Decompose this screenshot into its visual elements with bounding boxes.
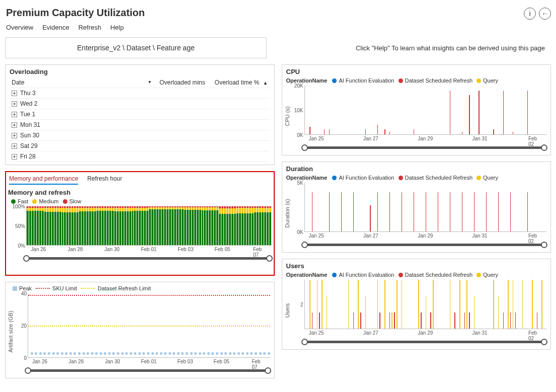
duration-slider[interactable] (304, 241, 545, 248)
dot-icon (332, 273, 337, 277)
slider-handle-right[interactable] (541, 242, 547, 248)
cpu-chart: CPU (s) 0K10K20K Jan 25Jan 27Jan 29Jan 3… (304, 86, 547, 141)
tab-help[interactable]: Help (110, 24, 124, 31)
col-pct[interactable]: Overload time % ▲ (207, 77, 270, 88)
table-row[interactable]: +Mon 31 (10, 120, 270, 130)
slider-handle-left[interactable] (301, 144, 308, 151)
duration-card: Duration OperationName AI Function Evalu… (282, 162, 551, 253)
expand-icon[interactable]: + (12, 143, 17, 149)
slider-handle-right[interactable] (266, 255, 273, 262)
memory-refresh-title: Memory and refresh (8, 189, 272, 196)
square-icon (13, 286, 17, 291)
help-hint: Click "Help" To learn what insights can … (356, 44, 551, 52)
legend-query: Query (483, 77, 498, 84)
expand-icon[interactable]: + (12, 154, 17, 160)
slider-handle-right[interactable] (541, 339, 547, 345)
expand-icon[interactable]: + (12, 133, 17, 138)
legend-sku: SKU Limit (52, 285, 77, 291)
legend-refresh: Dataset Scheduled Refresh (405, 77, 473, 84)
page-title: Premium Capacity Utilization (5, 5, 145, 22)
users-slider[interactable] (304, 338, 545, 345)
artifact-slider[interactable] (28, 367, 268, 374)
legend-query: Query (483, 272, 498, 278)
users-chart: Users 2 Jan 25Jan 27Jan 29Jan 31Feb 02 (304, 280, 547, 335)
expand-icon[interactable]: + (12, 91, 17, 96)
memory-refresh-chart: 0%50%100% Jan 26Jan 28Jan 30Feb 01Feb 03… (26, 206, 272, 252)
users-card: Users OperationName AI Function Evaluati… (282, 259, 551, 350)
breadcrumb: Enterprise_v2 \ Dataset \ Feature age (5, 37, 267, 58)
dot-icon (11, 199, 16, 204)
tab-refresh[interactable]: Refresh (78, 24, 102, 31)
page-tabs: Overview Evidence Refresh Help (5, 22, 551, 37)
dot-icon (63, 199, 67, 204)
artifact-size-card: Peak SKU Limit Dataset Refresh Limit Art… (5, 282, 275, 378)
slider-handle-right[interactable] (541, 144, 547, 151)
slider-handle-left[interactable] (301, 339, 308, 345)
dot-icon (476, 273, 481, 277)
back-icon[interactable]: ← (539, 8, 551, 20)
table-row-total: Total (10, 162, 270, 166)
memory-refresh-slider[interactable] (26, 255, 270, 262)
tab-overview[interactable]: Overview (6, 24, 33, 31)
legend-opname: OperationName (286, 77, 328, 84)
expand-icon[interactable]: + (12, 122, 17, 128)
tab-evidence[interactable]: Evidence (42, 24, 69, 31)
table-row[interactable]: +Tue 1 (10, 109, 270, 120)
subtab-memory-perf[interactable]: Memory and performance (9, 175, 78, 185)
slider-handle-left[interactable] (25, 367, 31, 374)
legend-opname: OperationName (286, 272, 328, 278)
overloading-card: Overloading Date ▾ Overloaded mins Overl… (5, 64, 275, 165)
col-mins[interactable]: Overloaded mins (153, 77, 207, 88)
table-row[interactable]: +Wed 2 (10, 99, 270, 109)
legend-opname: OperationName (286, 175, 328, 181)
duration-title: Duration (286, 165, 547, 173)
expand-icon[interactable]: + (12, 101, 17, 107)
users-title: Users (286, 262, 547, 270)
legend-query: Query (483, 175, 498, 181)
col-date[interactable]: Date ▾ (10, 77, 153, 88)
dot-icon (32, 199, 37, 204)
legend-refresh: Dataset Scheduled Refresh (405, 272, 473, 278)
expand-icon[interactable]: + (12, 112, 17, 117)
dot-icon (332, 79, 337, 83)
sort-asc-icon[interactable]: ▲ (263, 80, 268, 86)
legend-slow: Slow (69, 198, 82, 204)
dot-icon (399, 176, 403, 180)
slider-handle-left[interactable] (23, 255, 30, 262)
table-row[interactable]: +Sun 30 (10, 130, 270, 141)
dot-icon (399, 79, 403, 83)
legend-ai: AI Function Evaluation (339, 175, 394, 181)
dashed-line-icon (81, 288, 95, 289)
slider-handle-left[interactable] (301, 242, 308, 248)
legend-ai: AI Function Evaluation (339, 77, 394, 84)
overloading-title: Overloading (10, 68, 270, 75)
dot-icon (399, 273, 403, 277)
dot-icon (476, 79, 481, 83)
legend-medium: Medium (39, 198, 58, 204)
info-icon[interactable]: i (524, 8, 536, 20)
legend-dataset: Dataset Refresh Limit (98, 285, 151, 291)
cpu-title: CPU (286, 68, 547, 75)
slider-handle-right[interactable] (265, 367, 271, 374)
dot-icon (332, 176, 337, 180)
table-row[interactable]: +Thu 3 (10, 88, 270, 99)
dashed-line-icon (36, 288, 50, 289)
cpu-card: CPU OperationName AI Function Evaluation… (282, 64, 551, 155)
subtab-refresh-hour[interactable]: Refresh hour (87, 175, 122, 185)
overloading-table: Date ▾ Overloaded mins Overload time % ▲… (10, 77, 270, 165)
table-row[interactable]: +Fri 28 (10, 151, 270, 162)
duration-chart: Duration (s) 0K5K Jan 25Jan 27Jan 29Jan … (304, 183, 547, 238)
memory-performance-card: Memory and performance Refresh hour Memo… (5, 171, 275, 276)
table-row[interactable]: +Sat 29 (10, 141, 270, 151)
dropdown-icon[interactable]: ▾ (148, 79, 151, 85)
legend-refresh: Dataset Scheduled Refresh (405, 175, 473, 181)
cpu-slider[interactable] (304, 144, 545, 151)
artifact-size-chart: Artifact size (GB) 02040 Jan 26Jan 28Jan… (28, 293, 270, 364)
legend-ai: AI Function Evaluation (339, 272, 394, 278)
dot-icon (476, 176, 481, 180)
